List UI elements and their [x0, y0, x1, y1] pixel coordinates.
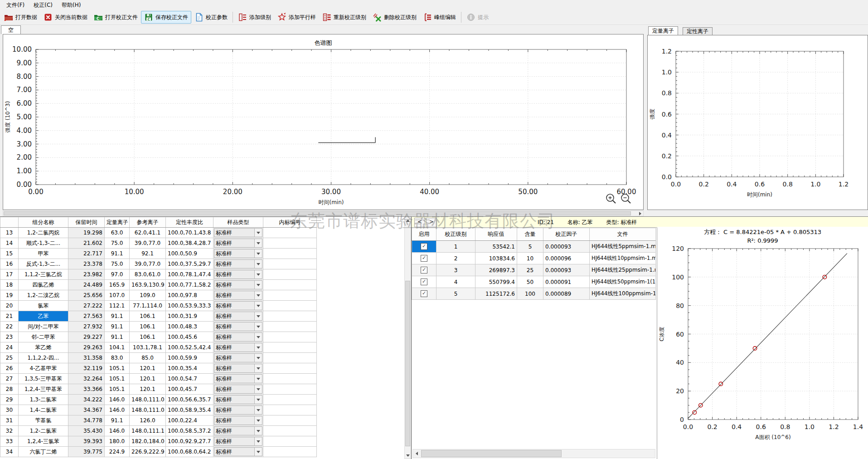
sample-type-cell[interactable]: 标准样 [213, 426, 263, 436]
column-header[interactable]: 校正级别 [436, 228, 475, 241]
abundance-ratio-cell[interactable]: 100.0,92.9,27.7 [166, 436, 213, 447]
menu-help[interactable]: 帮助(H) [57, 0, 85, 10]
component-name-cell[interactable]: 甲苯 [19, 249, 68, 259]
sample-type-dropdown[interactable]: 标准样 [214, 239, 262, 248]
component-name-cell[interactable]: 乙苯 [19, 311, 68, 322]
abundance-ratio-cell[interactable]: 100.0,97.8 [166, 290, 213, 301]
internal-std-cell[interactable] [263, 280, 317, 290]
sample-type-dropdown[interactable]: 标准样 [214, 322, 262, 331]
sample-type-cell[interactable]: 标准样 [213, 415, 263, 426]
ref-ion-cell[interactable]: 85.0 [130, 353, 166, 363]
abundance-ratio-cell[interactable]: 100.0,37.5,29.7 [166, 259, 213, 269]
ref-ion-cell[interactable]: 83.0,61.0 [130, 269, 166, 280]
row-number-cell[interactable]: 23 [0, 332, 19, 342]
ref-ion-cell[interactable]: 106.1 [130, 332, 166, 342]
components-vscroll-up-arrow[interactable] [405, 217, 411, 224]
column-header[interactable] [0, 217, 19, 228]
sample-type-cell[interactable]: 标准样 [213, 405, 263, 415]
internal-std-cell[interactable] [263, 259, 317, 269]
row-number-cell[interactable]: 20 [0, 301, 19, 311]
del-level-button[interactable]: 删除校正级别 [369, 11, 420, 24]
sample-type-cell[interactable]: 标准样 [213, 374, 263, 384]
open-cal-file-button[interactable]: C 打开校正文件 [91, 11, 141, 24]
retention-time-cell[interactable]: 22.717 [68, 249, 105, 259]
abundance-ratio-cell[interactable]: 100.0,45.7 [166, 384, 213, 395]
factor-cell[interactable]: 0.000093 [543, 241, 590, 253]
internal-std-cell[interactable] [263, 228, 317, 238]
abundance-ratio-cell[interactable]: 100.0,58.5,37.2 [166, 426, 213, 436]
ref-ion-cell[interactable]: 120.1 [130, 374, 166, 384]
factor-cell[interactable]: 0.000093 [543, 264, 590, 276]
internal-std-cell[interactable] [263, 332, 317, 342]
sample-type-dropdown[interactable]: 标准样 [214, 353, 262, 362]
level-cell[interactable]: 1 [436, 241, 475, 253]
quant-ion-cell[interactable]: 107.0 [105, 290, 130, 301]
file-cell[interactable]: HJ644线性100ppmsim-1.msd [590, 288, 656, 300]
row-number-cell[interactable]: 14 [0, 238, 19, 249]
chromatogram-chart[interactable]: 0.0010.0020.0030.0040.0050.0060.000.001.… [3, 34, 643, 210]
quant-ion-cell[interactable]: 91.1 [105, 311, 130, 322]
column-header[interactable]: 参考离子 [130, 217, 166, 228]
row-number-cell[interactable]: 16 [0, 259, 19, 269]
close-data-button[interactable]: 关闭当前数据 [40, 11, 91, 24]
chevron-down-icon[interactable] [254, 322, 262, 331]
retention-time-cell[interactable]: 29.263 [68, 342, 105, 353]
menu-calibration[interactable]: 校正(C) [29, 0, 57, 10]
retention-time-cell[interactable]: 31.358 [68, 353, 105, 363]
component-name-cell[interactable]: 间/对-二甲苯 [19, 322, 68, 332]
component-row[interactable]: 20氯苯27.222112.177.1,114.0100.0,53.9,33.3… [0, 301, 317, 311]
ref-ion-cell[interactable]: 148.0,111.0 [130, 395, 166, 405]
quant-ion-cell[interactable]: 105.1 [105, 363, 130, 374]
abundance-ratio-cell[interactable]: 100.0,53.9,33.3 [166, 301, 213, 311]
component-row[interactable]: 23邻-二甲苯29.22791.1106.1100.0,45.6标准样 [0, 332, 317, 342]
chevron-down-icon[interactable] [254, 416, 262, 425]
enabled-cell[interactable]: ✓ [412, 276, 436, 288]
prev-component-button[interactable]: < [414, 218, 425, 227]
internal-std-cell[interactable] [263, 447, 317, 457]
abundance-ratio-cell[interactable]: 100.0,48.3 [166, 322, 213, 332]
abundance-ratio-cell[interactable]: 100.0,31.9 [166, 311, 213, 322]
quant-ion-cell[interactable]: 83.0 [105, 353, 130, 363]
sample-type-cell[interactable]: 标准样 [213, 447, 263, 457]
sample-type-cell[interactable]: 标准样 [213, 249, 263, 259]
file-cell[interactable]: HJ644线性50ppmsim-1(1).msd [590, 276, 656, 288]
ref-ion-cell[interactable]: 39.0,77.0 [130, 238, 166, 249]
sample-type-dropdown[interactable]: 标准样 [214, 364, 262, 373]
abundance-ratio-cell[interactable]: 100.0,54.7 [166, 374, 213, 384]
ref-ion-cell[interactable]: 226.9,222.9 [130, 447, 166, 457]
enabled-cell[interactable]: ✓ [412, 264, 436, 276]
component-row[interactable]: 264-乙基甲苯32.119105.1120.1100.0,35.4标准样 [0, 363, 317, 374]
quant-ion-cell[interactable]: 224.9 [105, 447, 130, 457]
calibration-level-row[interactable]: ✓3269897.3250.000093HJ644线性25ppmsim-1.ms… [412, 264, 656, 276]
abundance-ratio-cell[interactable]: 100.0,38.4,28.7 [166, 238, 213, 249]
ref-ion-cell[interactable]: 148.0,111.0 [130, 405, 166, 415]
content-cell[interactable]: 50 [517, 276, 543, 288]
component-row[interactable]: 21乙苯27.56391.1106.1100.0,31.9标准样 [0, 311, 317, 322]
component-row[interactable]: 15甲苯22.71791.192.1100.0,50.9标准样 [0, 249, 317, 259]
component-row[interactable]: 34六氯丁二烯39.775224.9226.9,222.9100.0,68.0,… [0, 447, 317, 457]
chromatogram-hscroll-thumb[interactable] [4, 211, 631, 215]
chevron-down-icon[interactable] [254, 427, 262, 435]
component-name-cell[interactable]: 反式-1,3-二... [19, 259, 68, 269]
ref-ion-cell[interactable]: 39.0,77.0 [130, 259, 166, 269]
abundance-ratio-cell[interactable]: 100.0,35.4 [166, 363, 213, 374]
chevron-down-icon[interactable] [254, 396, 262, 404]
ref-ion-cell[interactable]: 109.0 [130, 290, 166, 301]
sample-type-cell[interactable]: 标准样 [213, 384, 263, 395]
file-cell[interactable]: HJ644线性5ppmsim-1.msd [590, 241, 656, 253]
component-name-cell[interactable]: 1,2-二溴乙烷 [19, 290, 68, 301]
component-name-cell[interactable]: 1,1,2,2-四... [19, 353, 68, 363]
column-header[interactable]: 定性丰度比 [166, 217, 213, 228]
component-row[interactable]: 301,4-二氯苯34.367146.0148.0,111.0100.0,58.… [0, 405, 317, 415]
ref-ion-cell[interactable]: 103.1,78.1 [130, 342, 166, 353]
sample-type-dropdown[interactable]: 标准样 [214, 395, 262, 404]
row-number-cell[interactable]: 30 [0, 405, 19, 415]
quant-ion-cell[interactable]: 91.1 [105, 249, 130, 259]
row-number-cell[interactable]: 26 [0, 363, 19, 374]
internal-std-cell[interactable] [263, 426, 317, 436]
content-cell[interactable]: 5 [517, 241, 543, 253]
retention-time-cell[interactable]: 27.222 [68, 301, 105, 311]
quant-ion-cell[interactable]: 63.0 [105, 228, 130, 238]
quant-ion-cell[interactable]: 146.0 [105, 395, 130, 405]
chevron-down-icon[interactable] [254, 333, 262, 341]
